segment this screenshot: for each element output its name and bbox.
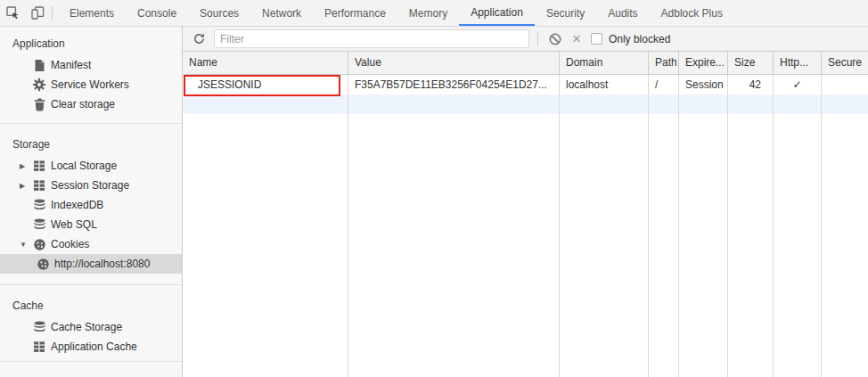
col-header-domain[interactable]: Domain xyxy=(560,52,649,75)
toolbar-separator xyxy=(537,31,538,46)
table-filler-cell xyxy=(649,114,679,377)
document-icon xyxy=(32,58,46,72)
section-title-application: Application xyxy=(0,37,182,55)
col-header-expires[interactable]: Expire... xyxy=(679,52,728,75)
device-toolbar-button[interactable] xyxy=(25,0,50,26)
tab-security[interactable]: Security xyxy=(535,0,596,26)
only-blocked-checkbox[interactable] xyxy=(591,33,602,45)
section-title-cache: Cache xyxy=(0,299,182,317)
cell-expires[interactable]: Session xyxy=(679,75,728,94)
cookies-toolbar: × Only blocked xyxy=(183,27,868,52)
sidebar-section-storage: Storage ▶ Local Storage xyxy=(0,124,182,285)
empty-row-cell xyxy=(822,94,868,114)
empty-row-cell xyxy=(183,94,348,114)
table-filler-cell xyxy=(822,114,868,377)
sidebar-item-label: Service Workers xyxy=(51,78,129,91)
table-icon xyxy=(32,340,46,354)
tabbar-separator xyxy=(52,6,53,20)
table-filler-cell xyxy=(348,114,560,377)
cookie-icon xyxy=(36,257,50,271)
sidebar-section-cache: Cache Cache Storage xyxy=(0,285,182,362)
sidebar-item-manifest[interactable]: Manifest xyxy=(0,55,182,75)
chevron-right-icon[interactable]: ▶ xyxy=(18,162,32,170)
sidebar-item-session-storage[interactable]: ▶ Session Storage xyxy=(0,176,182,195)
tab-sources[interactable]: Sources xyxy=(188,0,250,26)
clear-filter-icon[interactable]: × xyxy=(572,32,581,46)
empty-row-cell xyxy=(679,94,728,114)
tab-performance[interactable]: Performance xyxy=(313,0,397,26)
col-header-name[interactable]: Name xyxy=(183,52,348,75)
cookie-icon xyxy=(32,237,46,251)
table-filler-cell xyxy=(560,114,649,377)
device-toolbar-icon xyxy=(31,6,45,20)
trash-icon xyxy=(32,97,46,111)
sidebar-item-cache-storage[interactable]: Cache Storage xyxy=(0,317,182,337)
cookies-table: Name Value Domain Path Expire... Size Ht… xyxy=(183,52,868,377)
sidebar-item-service-workers[interactable]: Service Workers xyxy=(0,75,182,94)
inspect-element-button[interactable] xyxy=(0,0,25,26)
sidebar-item-label: Manifest xyxy=(51,59,91,71)
cookie-name: JSESSIONID xyxy=(198,78,261,91)
tab-network[interactable]: Network xyxy=(250,0,313,26)
table-filler-cell xyxy=(728,114,774,377)
col-header-secure[interactable]: Secure xyxy=(822,52,868,75)
empty-row-cell xyxy=(774,94,822,114)
devtools-window: Elements Console Sources Network Perform… xyxy=(0,0,868,377)
database-icon xyxy=(32,320,46,334)
cell-domain[interactable]: localhost xyxy=(560,75,649,94)
cookies-panel: × Only blocked Name Value Domain Path Ex… xyxy=(183,27,868,377)
section-title-storage: Storage xyxy=(0,138,182,156)
table-filler-cell xyxy=(774,114,822,377)
cell-secure[interactable] xyxy=(822,75,868,94)
empty-row-cell xyxy=(348,94,560,114)
block-icon xyxy=(548,32,562,46)
empty-row-cell xyxy=(728,94,774,114)
col-header-value[interactable]: Value xyxy=(348,52,560,75)
cell-name[interactable]: JSESSIONID xyxy=(183,75,348,94)
cell-size[interactable]: 42 xyxy=(728,75,774,94)
cell-path[interactable]: / xyxy=(649,75,679,94)
sidebar-item-label: Cookies xyxy=(51,238,89,250)
tab-console[interactable]: Console xyxy=(126,0,188,26)
sidebar-item-label: http://localhost:8080 xyxy=(54,258,150,270)
filter-input[interactable] xyxy=(214,29,529,48)
cell-value[interactable]: F35A7B57DE11EB3256F04254E1D27... xyxy=(348,75,560,94)
col-header-size[interactable]: Size xyxy=(728,52,774,75)
table-icon xyxy=(32,159,46,173)
tab-adblock-plus[interactable]: Adblock Plus xyxy=(650,0,734,26)
sidebar-item-label: Session Storage xyxy=(51,179,129,192)
sidebar-item-clear-storage[interactable]: Clear storage xyxy=(0,94,182,114)
col-header-httponly[interactable]: Http... xyxy=(774,52,822,75)
empty-row-cell xyxy=(649,94,679,114)
sidebar-item-indexeddb[interactable]: IndexedDB xyxy=(0,195,182,215)
block-cookies-button[interactable] xyxy=(548,32,562,46)
sidebar-item-application-cache[interactable]: Application Cache xyxy=(0,337,182,357)
col-header-path[interactable]: Path xyxy=(649,52,679,75)
sidebar-section-application: Application Manifest xyxy=(0,27,182,124)
refresh-icon xyxy=(192,32,206,45)
database-icon xyxy=(32,217,46,232)
tab-audits[interactable]: Audits xyxy=(596,0,649,26)
empty-row-cell xyxy=(560,94,649,114)
sidebar-item-web-sql[interactable]: Web SQL xyxy=(0,215,182,234)
database-icon xyxy=(32,198,46,212)
chevron-down-icon[interactable]: ▼ xyxy=(18,241,32,249)
cell-httponly[interactable]: ✓ xyxy=(774,75,822,94)
sidebar-item-label: Clear storage xyxy=(51,98,115,111)
checkmark-icon: ✓ xyxy=(792,78,801,91)
application-sidebar: Application Manifest xyxy=(0,27,183,377)
tab-elements[interactable]: Elements xyxy=(58,0,126,26)
refresh-button[interactable] xyxy=(188,29,209,50)
chevron-right-icon[interactable]: ▶ xyxy=(18,182,32,190)
sidebar-item-label: Cache Storage xyxy=(51,321,122,333)
sidebar-item-local-storage[interactable]: ▶ Local Storage xyxy=(0,156,182,176)
sidebar-item-label: Local Storage xyxy=(51,160,117,172)
tab-memory[interactable]: Memory xyxy=(397,0,459,26)
sidebar-item-label: IndexedDB xyxy=(51,199,103,211)
sidebar-item-cookies-localhost-8080[interactable]: http://localhost:8080 xyxy=(0,254,182,274)
table-filler-cell xyxy=(183,114,348,377)
table-filler-cell xyxy=(679,114,728,377)
sidebar-item-cookies[interactable]: ▼ Cookies xyxy=(0,234,182,254)
tab-application[interactable]: Application xyxy=(459,0,535,26)
only-blocked-label[interactable]: Only blocked xyxy=(609,33,670,45)
